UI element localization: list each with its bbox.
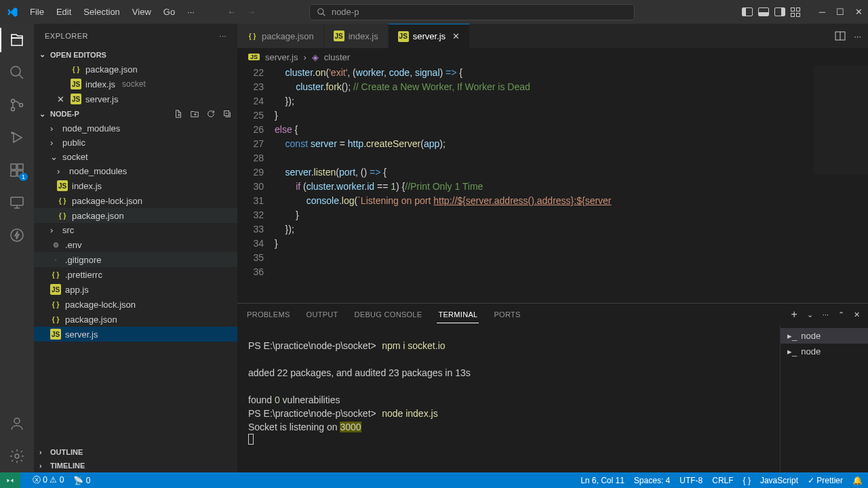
breadcrumb[interactable]: JS server.js › ◈ cluster <box>237 48 868 66</box>
tree-file[interactable]: JSapp.js <box>34 282 237 297</box>
menu-go[interactable]: Go <box>158 4 180 20</box>
tree-file[interactable]: { }.prettierrc <box>34 267 237 282</box>
explorer-more-icon[interactable]: ··· <box>219 32 226 40</box>
chevron-down-icon: ⌄ <box>39 110 47 119</box>
window-minimize-icon[interactable]: ─ <box>819 7 825 17</box>
open-editor-item[interactable]: ✕ JS server.js <box>34 92 237 106</box>
terminal-dropdown-icon[interactable]: ⌄ <box>807 310 813 319</box>
activity-source-control-icon[interactable] <box>7 96 26 115</box>
tree-file[interactable]: { }package.json <box>34 208 237 223</box>
activity-settings-icon[interactable] <box>7 447 26 466</box>
menu-selection[interactable]: Selection <box>78 4 125 20</box>
menu-edit[interactable]: Edit <box>51 4 77 20</box>
window-maximize-icon[interactable]: ☐ <box>836 7 844 17</box>
outline-header[interactable]: ›OUTLINE <box>34 445 237 459</box>
close-editor-icon[interactable]: ✕ <box>57 94 66 104</box>
panel-more-icon[interactable]: ··· <box>823 310 829 319</box>
status-prettier[interactable]: ✓ Prettier <box>808 476 843 485</box>
terminal-list: ▸_node ▸_node <box>780 325 868 472</box>
open-editor-item[interactable]: JS index.js socket <box>34 77 237 92</box>
customize-layout-icon[interactable] <box>791 7 800 17</box>
nav-back-icon[interactable]: ← <box>227 7 236 17</box>
status-errors[interactable]: ⓧ 0 ⚠ 0 <box>33 474 64 486</box>
code-editor[interactable]: 222324252627282930313233343536 cluster.o… <box>237 66 868 303</box>
tree-folder[interactable]: ›src <box>34 223 237 237</box>
chevron-right-icon: › <box>39 448 47 456</box>
json-file-icon: { } <box>50 314 61 325</box>
panel-tab-debug-console[interactable]: DEBUG CONSOLE <box>353 306 424 323</box>
tree-folder[interactable]: ›node_modules <box>34 164 237 178</box>
menu-more[interactable]: ··· <box>182 4 200 20</box>
editor-tab[interactable]: { }package.json <box>237 24 324 48</box>
tree-file[interactable]: ⚙.env <box>34 237 237 252</box>
editor-tabs: { }package.json JSindex.js JSserver.js✕ … <box>237 24 868 48</box>
close-tab-icon[interactable]: ✕ <box>452 31 460 41</box>
new-terminal-icon[interactable]: + <box>791 308 797 321</box>
activity-run-debug-icon[interactable] <box>7 128 26 147</box>
tree-folder[interactable]: ⌄socket <box>34 150 237 164</box>
menu-view[interactable]: View <box>127 4 157 20</box>
terminal-output[interactable]: PS E:\practice\node-p\socket> npm i sock… <box>237 325 780 472</box>
collapse-all-icon[interactable] <box>222 109 232 119</box>
panel-tab-problems[interactable]: PROBLEMS <box>245 306 292 323</box>
activity-account-icon[interactable] <box>7 414 26 433</box>
new-folder-icon[interactable] <box>190 109 199 119</box>
new-file-icon[interactable] <box>174 109 183 119</box>
json-file-icon: { } <box>57 210 68 221</box>
split-editor-icon[interactable] <box>835 31 846 41</box>
editor-tab[interactable]: JSserver.js✕ <box>389 24 470 48</box>
tree-file[interactable]: JSindex.js <box>34 178 237 193</box>
tree-folder[interactable]: ›public <box>34 136 237 150</box>
tree-file[interactable]: { }package-lock.json <box>34 297 237 312</box>
panel-tab-output[interactable]: OUTPUT <box>305 306 340 323</box>
close-panel-icon[interactable]: ✕ <box>854 310 860 319</box>
terminal-item[interactable]: ▸_node <box>781 344 868 359</box>
extensions-badge: 1 <box>19 173 28 181</box>
status-ports[interactable]: 📡 0 <box>73 476 90 485</box>
activity-thunder-icon[interactable] <box>7 226 26 245</box>
panel-tab-terminal[interactable]: TERMINAL <box>437 306 479 323</box>
gear-file-icon: ⚙ <box>50 239 61 250</box>
tree-folder[interactable]: ›node_modules <box>34 121 237 136</box>
panel: PROBLEMS OUTPUT DEBUG CONSOLE TERMINAL P… <box>237 303 868 472</box>
window-close-icon[interactable]: ✕ <box>855 7 863 17</box>
minimap[interactable] <box>814 66 868 174</box>
activity-explorer-icon[interactable] <box>7 30 26 49</box>
nav-forward-icon[interactable]: → <box>247 7 256 17</box>
tree-file[interactable]: { }package.json <box>34 312 237 327</box>
status-spaces[interactable]: Spaces: 4 <box>634 476 670 485</box>
remote-indicator[interactable] <box>0 472 20 488</box>
toggle-secondary-sidebar-icon[interactable] <box>774 7 785 16</box>
open-editors-header[interactable]: ⌄ OPEN EDITORS <box>34 47 237 62</box>
code-content[interactable]: cluster.on('exit', (worker, code, signal… <box>275 66 868 303</box>
status-cursor-pos[interactable]: Ln 6, Col 11 <box>580 476 625 485</box>
activity-remote-icon[interactable] <box>7 193 26 212</box>
status-eol[interactable]: CRLF <box>712 476 733 485</box>
activity-search-icon[interactable] <box>7 63 26 82</box>
command-center[interactable]: node-p <box>309 4 635 20</box>
project-header[interactable]: ⌄ NODE-P <box>34 106 237 121</box>
tree-file[interactable]: ◦.gitignore <box>34 252 237 267</box>
toggle-primary-sidebar-icon[interactable] <box>742 7 753 16</box>
status-language[interactable]: JavaScript <box>760 476 798 485</box>
status-encoding[interactable]: UTF-8 <box>679 476 703 485</box>
activity-extensions-icon[interactable]: 1 <box>7 161 26 180</box>
json-file-icon: { } <box>71 64 81 75</box>
tree-file[interactable]: JSserver.js <box>34 327 237 342</box>
activity-bar: 1 <box>0 24 34 472</box>
more-actions-icon[interactable]: ··· <box>854 31 861 41</box>
tree-file[interactable]: { }package-lock.json <box>34 193 237 208</box>
toggle-panel-icon[interactable] <box>758 7 769 16</box>
terminal-item[interactable]: ▸_node <box>781 328 868 344</box>
open-editor-item[interactable]: { } package.json <box>34 62 237 77</box>
maximize-panel-icon[interactable]: ⌃ <box>838 310 844 319</box>
chevron-right-icon: › <box>50 123 58 134</box>
timeline-header[interactable]: ›TIMELINE <box>34 459 237 472</box>
search-text: node-p <box>332 7 359 17</box>
js-file-icon: JS <box>57 180 68 191</box>
status-notifications-icon[interactable]: 🔔 <box>852 476 863 485</box>
menu-file[interactable]: File <box>24 4 50 20</box>
refresh-icon[interactable] <box>206 109 216 119</box>
editor-tab[interactable]: JSindex.js <box>324 24 389 48</box>
panel-tab-ports[interactable]: PORTS <box>492 306 521 323</box>
